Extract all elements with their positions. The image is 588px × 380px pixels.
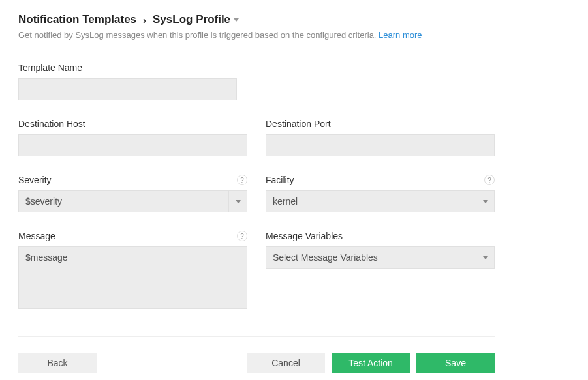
test-action-button[interactable]: Test Action — [332, 353, 410, 373]
destination-host-label: Destination Host — [18, 119, 85, 129]
message-textarea[interactable] — [18, 246, 247, 309]
page-subtext: Get notified by SysLog messages when thi… — [18, 30, 570, 40]
footer-divider — [18, 336, 495, 337]
select-arrow — [228, 191, 247, 212]
breadcrumb-root[interactable]: Notification Templates — [18, 13, 136, 26]
cancel-button[interactable]: Cancel — [247, 353, 325, 373]
save-button[interactable]: Save — [416, 353, 495, 373]
chevron-right-icon: › — [143, 14, 146, 25]
caret-down-icon — [483, 200, 488, 203]
message-variables-select[interactable]: Select Message Variables — [266, 246, 495, 269]
subtext-text: Get notified by SysLog messages when thi… — [18, 30, 379, 40]
facility-value: kernel — [266, 196, 476, 207]
facility-label: Facility — [266, 175, 294, 185]
severity-select[interactable]: $severity — [18, 190, 247, 212]
help-icon[interactable]: ? — [484, 175, 495, 185]
breadcrumb-current: SysLog Profile — [153, 13, 230, 26]
learn-more-link[interactable]: Learn more — [379, 30, 422, 40]
breadcrumb-current-dropdown[interactable]: SysLog Profile — [153, 13, 239, 26]
destination-host-input[interactable] — [18, 134, 247, 156]
help-icon[interactable]: ? — [237, 231, 247, 241]
severity-value: $severity — [19, 196, 228, 207]
destination-port-label: Destination Port — [266, 119, 331, 129]
message-label: Message — [18, 231, 55, 241]
select-arrow — [476, 247, 494, 268]
caret-down-icon — [234, 18, 239, 22]
back-button[interactable]: Back — [18, 353, 97, 373]
caret-down-icon — [483, 256, 488, 259]
destination-port-input[interactable] — [266, 134, 495, 156]
header-divider — [18, 48, 570, 48]
help-icon[interactable]: ? — [237, 175, 247, 185]
template-name-input[interactable] — [18, 78, 237, 100]
caret-down-icon — [236, 200, 241, 203]
select-arrow — [476, 191, 494, 212]
message-variables-label: Message Variables — [266, 231, 343, 241]
footer-spacer — [103, 353, 240, 373]
template-name-label: Template Name — [18, 63, 82, 73]
message-variables-value: Select Message Variables — [266, 252, 476, 263]
breadcrumb: Notification Templates › SysLog Profile — [18, 13, 570, 26]
severity-label: Severity — [18, 175, 52, 185]
facility-select[interactable]: kernel — [266, 190, 495, 212]
